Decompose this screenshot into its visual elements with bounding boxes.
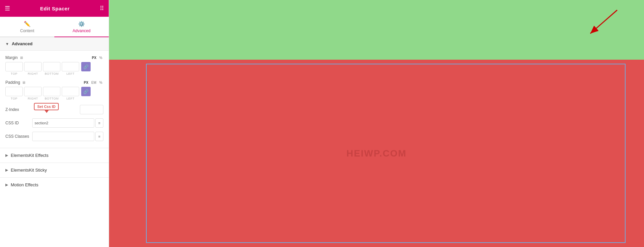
green-section [109, 0, 644, 60]
margin-left-label: LEFT [62, 72, 79, 75]
css-classes-row: CSS Classes ≡ [5, 132, 103, 141]
motion-effects-label: Motion Effects [11, 182, 38, 187]
margin-label: Margin 🖥 [5, 55, 23, 60]
motion-effects-chevron: ▶ [5, 183, 8, 187]
elementskit-sticky-chevron: ▶ [5, 168, 8, 172]
tab-advanced[interactable]: ⚙️ Advanced [54, 17, 109, 37]
advanced-section-header[interactable]: ▼ Advanced [0, 37, 109, 51]
margin-unit-percent[interactable]: % [98, 56, 103, 60]
css-classes-input[interactable] [32, 132, 94, 141]
panel-body: ▼ Advanced Margin 🖥 PX % [0, 37, 109, 247]
red-section: HEIWP.COM [109, 60, 644, 247]
fields-area: Margin 🖥 PX % 🔗 TOP [0, 51, 109, 148]
margin-group: Margin 🖥 PX % 🔗 TOP [5, 55, 103, 75]
margin-label-row: Margin 🖥 PX % [5, 55, 103, 60]
css-id-input[interactable] [32, 118, 94, 128]
right-content: HEIWP.COM [109, 0, 644, 247]
padding-unit-em[interactable]: EM [90, 80, 97, 85]
margin-unit-switchers: PX % [91, 56, 103, 60]
content-tab-label: Content [20, 28, 34, 33]
margin-link-button[interactable]: 🔗 [81, 62, 91, 71]
padding-left-input[interactable] [62, 87, 79, 96]
margin-bottom-label: BOTTOM [43, 72, 60, 75]
css-classes-input-wrap: ≡ [32, 132, 103, 141]
motion-effects-header[interactable]: ▶ Motion Effects [0, 178, 109, 192]
grid-icon[interactable]: ⠿ [100, 5, 104, 12]
margin-right-input[interactable] [24, 62, 42, 71]
margin-bottom-input[interactable] [43, 62, 60, 71]
margin-input-labels: TOP RIGHT BOTTOM LEFT [5, 72, 103, 75]
padding-top-input[interactable] [5, 87, 23, 96]
padding-bottom-input[interactable] [43, 87, 60, 96]
arrow-annotation [584, 7, 624, 40]
advanced-section-label: Advanced [12, 41, 33, 46]
panel-header: ☰ Edit Spacer ⠿ [0, 0, 109, 17]
margin-right-label: RIGHT [24, 72, 42, 75]
margin-unit-px[interactable]: PX [91, 56, 97, 60]
css-id-list-button[interactable]: ≡ [95, 118, 103, 128]
padding-unit-switchers: PX EM % [83, 80, 103, 85]
elementskit-effects-accordion: ▶ ElementsKit Effects [0, 148, 109, 163]
left-panel: ☰ Edit Spacer ⠿ ✏️ Content ⚙️ Advanced ▼… [0, 0, 109, 247]
padding-responsive-icon[interactable]: 🖥 [22, 80, 26, 84]
elementskit-sticky-header[interactable]: ▶ ElementsKit Sticky [0, 163, 109, 177]
tab-content[interactable]: ✏️ Content [0, 17, 54, 37]
svg-line-1 [590, 10, 617, 34]
zindex-row: Set Css ID Z-Index [5, 105, 103, 114]
css-id-input-wrap: ≡ [32, 118, 103, 128]
padding-unit-percent[interactable]: % [98, 80, 103, 85]
zindex-label: Z-Index [5, 107, 80, 112]
padding-right-label: RIGHT [24, 97, 42, 100]
padding-label-row: Padding 🖥 PX EM % [5, 80, 103, 85]
content-tab-icon: ✏️ [24, 21, 31, 27]
hamburger-icon[interactable]: ☰ [5, 5, 10, 12]
padding-unit-px[interactable]: PX [83, 80, 89, 85]
elementskit-effects-header[interactable]: ▶ ElementsKit Effects [0, 148, 109, 163]
css-classes-list-button[interactable]: ≡ [95, 132, 103, 141]
padding-link-button[interactable]: 🔗 [81, 87, 91, 96]
margin-top-label: TOP [5, 72, 23, 75]
advanced-tab-icon: ⚙️ [78, 21, 85, 27]
padding-group: Padding 🖥 PX EM % 🔗 [5, 80, 103, 100]
css-id-row: CSS ID ≡ [5, 118, 103, 128]
padding-left-label: LEFT [62, 97, 79, 100]
panel-title: Edit Spacer [40, 6, 69, 11]
padding-bottom-label: BOTTOM [43, 97, 60, 100]
padding-inputs-row: 🔗 [5, 87, 103, 96]
advanced-chevron-icon: ▼ [5, 42, 9, 46]
margin-responsive-icon[interactable]: 🖥 [19, 56, 23, 60]
watermark-text: HEIWP.COM [346, 148, 406, 159]
padding-input-labels: TOP RIGHT BOTTOM LEFT [5, 97, 103, 100]
css-classes-label: CSS Classes [5, 134, 32, 139]
padding-top-label: TOP [5, 97, 23, 100]
tabs-row: ✏️ Content ⚙️ Advanced [0, 17, 109, 37]
margin-inputs-row: 🔗 [5, 62, 103, 71]
elementskit-sticky-label: ElementsKit Sticky [11, 168, 47, 173]
zindex-input[interactable] [80, 105, 103, 114]
motion-effects-accordion: ▶ Motion Effects [0, 177, 109, 192]
elementskit-effects-label: ElementsKit Effects [11, 153, 48, 158]
padding-right-input[interactable] [24, 87, 42, 96]
css-id-label: CSS ID [5, 121, 32, 125]
elementskit-sticky-accordion: ▶ ElementsKit Sticky [0, 163, 109, 177]
advanced-tab-label: Advanced [72, 28, 90, 33]
elementskit-effects-chevron: ▶ [5, 153, 8, 158]
margin-left-input[interactable] [62, 62, 79, 71]
padding-label: Padding 🖥 [5, 80, 26, 85]
margin-top-input[interactable] [5, 62, 23, 71]
